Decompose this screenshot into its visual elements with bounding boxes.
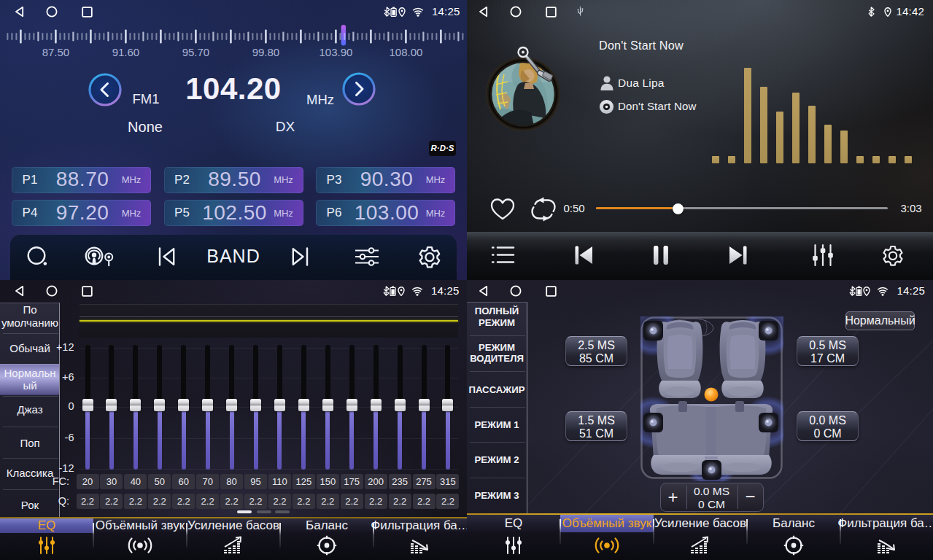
svg-text:99.80: 99.80: [252, 46, 280, 58]
svg-text:95.70: 95.70: [182, 46, 210, 58]
svg-text:103.90: 103.90: [319, 46, 352, 58]
svg-text:87.50: 87.50: [42, 46, 70, 58]
svg-text:91.60: 91.60: [112, 46, 140, 58]
svg-text:108.00: 108.00: [389, 46, 422, 58]
